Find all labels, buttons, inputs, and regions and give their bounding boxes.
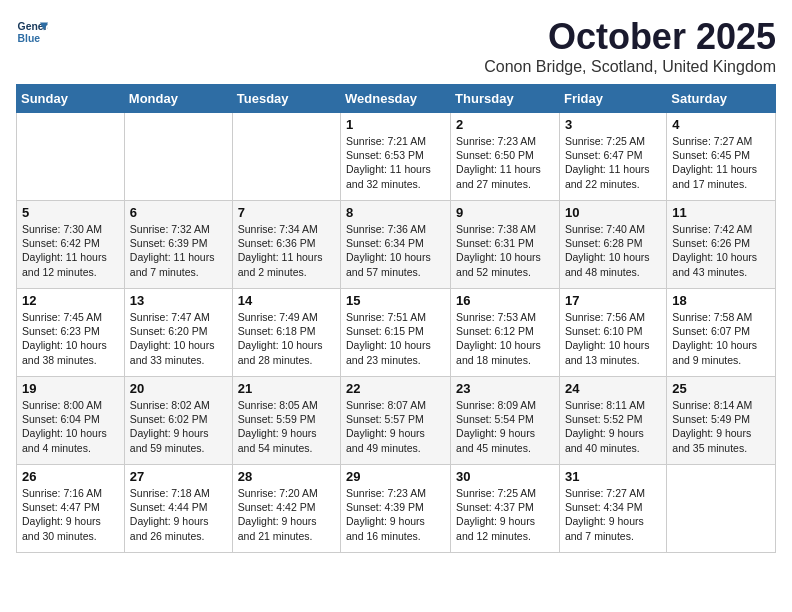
weekday-header-saturday: Saturday [667,85,776,113]
day-number: 13 [130,293,227,308]
calendar-cell: 8Sunrise: 7:36 AM Sunset: 6:34 PM Daylig… [341,201,451,289]
day-number: 19 [22,381,119,396]
day-info: Sunrise: 7:51 AM Sunset: 6:15 PM Dayligh… [346,310,445,367]
day-info: Sunrise: 7:58 AM Sunset: 6:07 PM Dayligh… [672,310,770,367]
weekday-header-monday: Monday [124,85,232,113]
day-info: Sunrise: 8:07 AM Sunset: 5:57 PM Dayligh… [346,398,445,455]
day-info: Sunrise: 7:45 AM Sunset: 6:23 PM Dayligh… [22,310,119,367]
title-section: October 2025 Conon Bridge, Scotland, Uni… [484,16,776,76]
calendar-cell: 26Sunrise: 7:16 AM Sunset: 4:47 PM Dayli… [17,465,125,553]
day-info: Sunrise: 8:09 AM Sunset: 5:54 PM Dayligh… [456,398,554,455]
day-number: 27 [130,469,227,484]
calendar-cell [17,113,125,201]
calendar-cell: 21Sunrise: 8:05 AM Sunset: 5:59 PM Dayli… [232,377,340,465]
calendar-cell: 23Sunrise: 8:09 AM Sunset: 5:54 PM Dayli… [451,377,560,465]
day-number: 4 [672,117,770,132]
day-info: Sunrise: 8:11 AM Sunset: 5:52 PM Dayligh… [565,398,661,455]
day-info: Sunrise: 7:25 AM Sunset: 6:47 PM Dayligh… [565,134,661,191]
calendar-cell: 12Sunrise: 7:45 AM Sunset: 6:23 PM Dayli… [17,289,125,377]
weekday-header-friday: Friday [559,85,666,113]
day-number: 29 [346,469,445,484]
calendar-cell: 17Sunrise: 7:56 AM Sunset: 6:10 PM Dayli… [559,289,666,377]
month-title: October 2025 [484,16,776,58]
day-info: Sunrise: 7:32 AM Sunset: 6:39 PM Dayligh… [130,222,227,279]
day-info: Sunrise: 7:56 AM Sunset: 6:10 PM Dayligh… [565,310,661,367]
week-row-1: 1Sunrise: 7:21 AM Sunset: 6:53 PM Daylig… [17,113,776,201]
weekday-header-sunday: Sunday [17,85,125,113]
day-info: Sunrise: 7:47 AM Sunset: 6:20 PM Dayligh… [130,310,227,367]
day-number: 14 [238,293,335,308]
day-number: 3 [565,117,661,132]
calendar-cell: 25Sunrise: 8:14 AM Sunset: 5:49 PM Dayli… [667,377,776,465]
day-info: Sunrise: 7:40 AM Sunset: 6:28 PM Dayligh… [565,222,661,279]
calendar-cell [232,113,340,201]
svg-text:Blue: Blue [18,33,41,44]
calendar-cell: 24Sunrise: 8:11 AM Sunset: 5:52 PM Dayli… [559,377,666,465]
day-number: 2 [456,117,554,132]
weekday-header-row: SundayMondayTuesdayWednesdayThursdayFrid… [17,85,776,113]
calendar-table: SundayMondayTuesdayWednesdayThursdayFrid… [16,84,776,553]
day-number: 8 [346,205,445,220]
day-number: 25 [672,381,770,396]
day-info: Sunrise: 7:53 AM Sunset: 6:12 PM Dayligh… [456,310,554,367]
day-info: Sunrise: 8:00 AM Sunset: 6:04 PM Dayligh… [22,398,119,455]
calendar-cell: 9Sunrise: 7:38 AM Sunset: 6:31 PM Daylig… [451,201,560,289]
day-info: Sunrise: 8:05 AM Sunset: 5:59 PM Dayligh… [238,398,335,455]
day-info: Sunrise: 7:23 AM Sunset: 4:39 PM Dayligh… [346,486,445,543]
day-number: 31 [565,469,661,484]
calendar-cell: 20Sunrise: 8:02 AM Sunset: 6:02 PM Dayli… [124,377,232,465]
weekday-header-tuesday: Tuesday [232,85,340,113]
calendar-cell: 28Sunrise: 7:20 AM Sunset: 4:42 PM Dayli… [232,465,340,553]
calendar-cell: 3Sunrise: 7:25 AM Sunset: 6:47 PM Daylig… [559,113,666,201]
day-number: 12 [22,293,119,308]
calendar-cell: 5Sunrise: 7:30 AM Sunset: 6:42 PM Daylig… [17,201,125,289]
day-info: Sunrise: 7:27 AM Sunset: 4:34 PM Dayligh… [565,486,661,543]
day-info: Sunrise: 7:21 AM Sunset: 6:53 PM Dayligh… [346,134,445,191]
calendar-cell: 14Sunrise: 7:49 AM Sunset: 6:18 PM Dayli… [232,289,340,377]
calendar-cell: 1Sunrise: 7:21 AM Sunset: 6:53 PM Daylig… [341,113,451,201]
day-number: 17 [565,293,661,308]
location-subtitle: Conon Bridge, Scotland, United Kingdom [484,58,776,76]
day-info: Sunrise: 7:23 AM Sunset: 6:50 PM Dayligh… [456,134,554,191]
calendar-cell [124,113,232,201]
weekday-header-wednesday: Wednesday [341,85,451,113]
day-info: Sunrise: 7:36 AM Sunset: 6:34 PM Dayligh… [346,222,445,279]
calendar-cell: 15Sunrise: 7:51 AM Sunset: 6:15 PM Dayli… [341,289,451,377]
day-number: 21 [238,381,335,396]
calendar-cell: 30Sunrise: 7:25 AM Sunset: 4:37 PM Dayli… [451,465,560,553]
day-number: 30 [456,469,554,484]
day-number: 22 [346,381,445,396]
day-number: 11 [672,205,770,220]
day-info: Sunrise: 7:38 AM Sunset: 6:31 PM Dayligh… [456,222,554,279]
day-info: Sunrise: 7:16 AM Sunset: 4:47 PM Dayligh… [22,486,119,543]
calendar-cell: 2Sunrise: 7:23 AM Sunset: 6:50 PM Daylig… [451,113,560,201]
week-row-2: 5Sunrise: 7:30 AM Sunset: 6:42 PM Daylig… [17,201,776,289]
day-info: Sunrise: 7:42 AM Sunset: 6:26 PM Dayligh… [672,222,770,279]
day-number: 26 [22,469,119,484]
weekday-header-thursday: Thursday [451,85,560,113]
logo: General Blue [16,16,48,48]
day-info: Sunrise: 7:27 AM Sunset: 6:45 PM Dayligh… [672,134,770,191]
day-number: 20 [130,381,227,396]
day-number: 1 [346,117,445,132]
day-info: Sunrise: 7:20 AM Sunset: 4:42 PM Dayligh… [238,486,335,543]
day-info: Sunrise: 7:49 AM Sunset: 6:18 PM Dayligh… [238,310,335,367]
calendar-cell: 6Sunrise: 7:32 AM Sunset: 6:39 PM Daylig… [124,201,232,289]
page-header: General Blue October 2025 Conon Bridge, … [16,16,776,76]
calendar-cell: 31Sunrise: 7:27 AM Sunset: 4:34 PM Dayli… [559,465,666,553]
day-number: 15 [346,293,445,308]
day-info: Sunrise: 8:02 AM Sunset: 6:02 PM Dayligh… [130,398,227,455]
calendar-cell: 27Sunrise: 7:18 AM Sunset: 4:44 PM Dayli… [124,465,232,553]
week-row-3: 12Sunrise: 7:45 AM Sunset: 6:23 PM Dayli… [17,289,776,377]
day-number: 16 [456,293,554,308]
day-number: 7 [238,205,335,220]
day-number: 9 [456,205,554,220]
week-row-5: 26Sunrise: 7:16 AM Sunset: 4:47 PM Dayli… [17,465,776,553]
calendar-cell: 11Sunrise: 7:42 AM Sunset: 6:26 PM Dayli… [667,201,776,289]
calendar-cell: 19Sunrise: 8:00 AM Sunset: 6:04 PM Dayli… [17,377,125,465]
day-number: 24 [565,381,661,396]
day-number: 6 [130,205,227,220]
calendar-cell: 29Sunrise: 7:23 AM Sunset: 4:39 PM Dayli… [341,465,451,553]
day-info: Sunrise: 7:18 AM Sunset: 4:44 PM Dayligh… [130,486,227,543]
calendar-cell [667,465,776,553]
